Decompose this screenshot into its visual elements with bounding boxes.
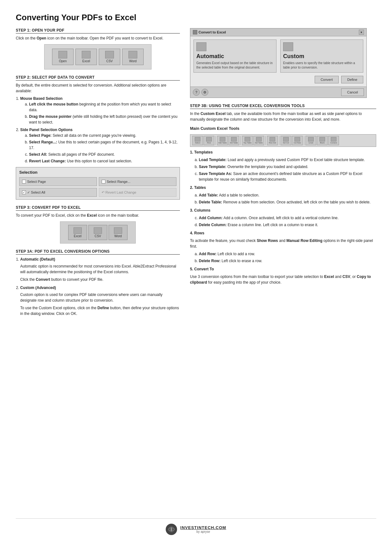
- settings-icon[interactable]: ⚙: [201, 89, 208, 96]
- footer: INVESTINTECH.COM by apryse: [16, 518, 376, 535]
- dialog-cancel-button[interactable]: Cancel: [341, 88, 364, 96]
- step3a-list: Automatic (Default) Automatic option is …: [16, 256, 180, 316]
- convert-to-paragraph: Use 3 conversion options from the main t…: [190, 274, 376, 285]
- list-item: Select Page: Select all data on the curr…: [29, 133, 180, 138]
- dialog-option-custom[interactable]: Custom Enables users to specify the tabl…: [280, 39, 363, 73]
- ct-btn-del-table[interactable]: Del Table: [229, 136, 239, 145]
- selection-grid: Select Page Select Range... ✓ Select All…: [19, 177, 176, 197]
- toolbar-btn-word: Word: [122, 49, 144, 65]
- excel-toolbar-image: Excel CSV Word: [60, 221, 136, 244]
- custom-icon: [283, 42, 293, 51]
- ct-content-icon: [331, 137, 336, 142]
- dialog-btn-row: Convert Define: [193, 76, 363, 83]
- selection-panel-image: Selection Select Page Select Range... ✓ …: [16, 167, 180, 200]
- toolbar-image-step1: Open Excel CSV Word: [44, 44, 151, 69]
- toolbar-btn-open: Open: [52, 49, 74, 65]
- dialog-titlebar: Convert to Excel ×: [190, 28, 366, 36]
- step3b-heading: STEP 3b: USING THE CUSTOM EXCEL CONVERSI…: [190, 104, 376, 109]
- section-columns-num: 3. Columns: [190, 208, 376, 213]
- csv-file-icon: [94, 227, 102, 234]
- step3-paragraph: To convert your PDF to Excel, click on t…: [16, 213, 180, 218]
- rows-paragraph: To activate the feature, you must check …: [190, 238, 376, 249]
- selection-panel-title: Selection: [19, 170, 176, 175]
- dialog-body: Automatic Generates Excel output based o…: [190, 36, 366, 87]
- ct-btn-add-table[interactable]: Add Table: [217, 136, 228, 145]
- open-icon: [58, 51, 67, 58]
- dialog-close-button[interactable]: ×: [359, 30, 364, 35]
- dialog-convert-button[interactable]: Convert: [315, 76, 339, 83]
- excel-btn-excel: Excel: [68, 225, 87, 240]
- section-tables-num: 2. Tables: [190, 185, 376, 190]
- ct-row-icon: [206, 137, 212, 142]
- list-item: Custom (Advanced) Custom option is used …: [20, 285, 180, 316]
- ct-sel-col-icon: [283, 137, 289, 142]
- list-item: Delete Column: Erase a column line. Left…: [199, 222, 376, 228]
- ct-btn-blank-table[interactable]: Blank: [317, 136, 328, 145]
- checkbox-select-page: [22, 180, 26, 184]
- ct-btn-select[interactable]: Select: [192, 136, 203, 145]
- tables-list: Add Table: Add a table to selection. Del…: [190, 192, 376, 205]
- excel-btn-word: Word: [109, 225, 128, 240]
- custom-toolbar: Select Row Add Table Del Table: [190, 134, 376, 147]
- ct-del-table-icon: [231, 137, 237, 142]
- list-item: Side Panel Selection Options Select Page…: [20, 127, 180, 164]
- select-range-btn[interactable]: Select Range...: [99, 177, 176, 186]
- footer-text-block: INVESTINTECH.COM by apryse: [180, 525, 226, 533]
- ct-btn-col-new[interactable]: Col New: [292, 136, 303, 145]
- list-item: Select All: Selects all pages of the PDF…: [29, 152, 180, 157]
- section-templates-num: 1. Templates: [190, 149, 376, 155]
- step2-list: Mouse Based Selection Left click the mou…: [16, 96, 180, 164]
- ct-btn-row[interactable]: Row: [204, 136, 214, 145]
- select-all-btn[interactable]: ✓ Select All: [19, 188, 97, 197]
- help-icon[interactable]: ?: [193, 89, 200, 96]
- ct-btn-content[interactable]: Content: [328, 136, 339, 145]
- excel-file-icon: [74, 227, 82, 234]
- ct-btn-row-del[interactable]: Row Del: [267, 136, 278, 145]
- templates-list: Load Template: Load and apply a previous…: [190, 157, 376, 182]
- list-item: Add Row: Left click to add a row.: [199, 251, 376, 257]
- convert-to-excel-dialog: Convert to Excel × Automatic Generates E…: [190, 28, 367, 98]
- ct-btn-sel-table[interactable]: Sel Table: [253, 136, 264, 145]
- step1-paragraph: Click on the Open icon on the main toolb…: [16, 35, 180, 41]
- dialog-option-automatic[interactable]: Automatic Generates Excel output based o…: [193, 39, 276, 73]
- step3a-auto-p1: Automatic option is recommended for most…: [20, 263, 180, 275]
- step3a-custom-p1: Custom option is used for complex PDF ta…: [20, 292, 180, 303]
- list-item: Select Range...: Use this to select cert…: [29, 139, 180, 151]
- two-column-layout: STEP 1: OPEN YOUR PDF Click on the Open …: [16, 28, 376, 509]
- section-convert-num: 5. Convert To: [190, 266, 376, 272]
- csv-icon: [105, 51, 114, 58]
- ct-btn-sel-col[interactable]: Sel Col: [281, 136, 291, 145]
- page: Converting Your PDFs to Excel STEP 1: OP…: [0, 0, 392, 554]
- list-item: Save Template: Overwrite the template yo…: [199, 164, 376, 170]
- custom-title: Custom: [283, 53, 360, 60]
- ct-row-del-icon: [270, 137, 275, 142]
- list-item: Revert Last Change: Use this option to c…: [29, 158, 180, 164]
- step2-paragraph: By default, the entire document is selec…: [16, 82, 180, 94]
- footer-logo: [166, 524, 177, 535]
- revert-last-btn[interactable]: ↶ Revert Last Change: [99, 188, 176, 197]
- ct-separator-2: [241, 136, 241, 145]
- list-item: Left click the mouse button beginning at…: [29, 101, 180, 113]
- columns-list: Add Column: Add a column. Once activated…: [190, 215, 376, 228]
- ct-separator-3: [265, 136, 266, 145]
- checkbox-select-range: [102, 180, 105, 184]
- dialog-bottom-icons: ? ⚙: [193, 89, 208, 96]
- list-item: Delete Table: Remove a table from select…: [199, 199, 376, 205]
- step3b-paragraph: In the Custom Excel tab, use the availab…: [190, 111, 376, 122]
- step3a-auto-p2: Click the Convert button to convert your…: [20, 277, 180, 282]
- footer-subtext: by apryse: [180, 530, 226, 533]
- automatic-desc: Generates Excel output based on the tabl…: [196, 61, 274, 70]
- dialog-title-icon: [193, 30, 197, 34]
- page-title: Converting Your PDFs to Excel: [16, 13, 376, 22]
- list-item: Add Table: Add a table to selection.: [199, 192, 376, 198]
- list-item: Load Template: Load and apply a previous…: [199, 157, 376, 163]
- dialog-define-button[interactable]: Define: [341, 76, 363, 83]
- ct-btn-lined-table[interactable]: Lined: [306, 136, 316, 145]
- ct-lined-table-icon: [308, 137, 314, 142]
- step2-heading: STEP 2: SELECT PDF DATA TO CONVERT: [16, 75, 180, 81]
- ct-btn-top-table[interactable]: Top Table: [242, 136, 253, 145]
- select-page-btn[interactable]: Select Page: [19, 177, 97, 186]
- dialog-bottom-bar: ? ⚙ Cancel: [190, 87, 366, 98]
- ct-select-icon: [195, 137, 200, 142]
- list-item: Mouse Based Selection Left click the mou…: [20, 96, 180, 125]
